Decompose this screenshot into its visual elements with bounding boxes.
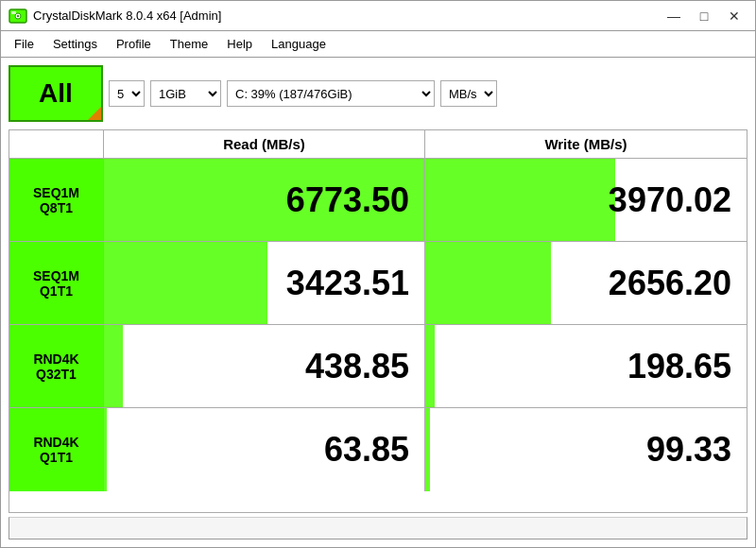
row-label-rnd4k-q1t1: RND4KQ1T1 (9, 408, 104, 491)
row-label-rnd4k-q32t1: RND4KQ32T1 (9, 325, 104, 407)
unit-select[interactable]: MB/s GB/s (440, 80, 497, 107)
menu-help[interactable]: Help (217, 34, 262, 54)
table-header: Read (MB/s) Write (MB/s) (9, 130, 747, 159)
toolbar: All 5 1 3 9 1GiB 512MiB 2GiB C: 39% (187… (9, 65, 747, 122)
table-row: SEQ1MQ8T1 6773.50 3970.02 (9, 159, 747, 242)
header-write: Write (MB/s) (425, 130, 747, 158)
menu-theme[interactable]: Theme (161, 34, 217, 54)
table-row: RND4KQ1T1 63.85 99.33 (9, 408, 747, 491)
maximize-button[interactable]: □ (691, 6, 717, 26)
read-value-seq1m-q1t1: 3423.51 (104, 242, 425, 324)
table-row: RND4KQ32T1 438.85 198.65 (9, 325, 747, 408)
main-window: All 5 1 3 9 1GiB 512MiB 2GiB C: 39% (187… (0, 57, 756, 548)
menu-bar: File Settings Profile Theme Help Languag… (0, 30, 756, 57)
header-read: Read (MB/s) (104, 130, 425, 158)
read-value-rnd4k-q1t1: 63.85 (104, 408, 425, 491)
close-button[interactable]: ✕ (721, 6, 747, 26)
all-button[interactable]: All (9, 65, 103, 122)
status-bar (9, 517, 747, 539)
table-row: SEQ1MQ1T1 3423.51 2656.20 (9, 242, 747, 325)
results-table: Read (MB/s) Write (MB/s) SEQ1MQ8T1 6773.… (9, 129, 747, 513)
minimize-button[interactable]: — (661, 6, 687, 26)
svg-rect-3 (11, 11, 16, 14)
menu-settings[interactable]: Settings (43, 34, 107, 54)
write-value-rnd4k-q32t1: 198.65 (425, 325, 747, 407)
svg-point-2 (17, 14, 19, 16)
write-value-seq1m-q1t1: 2656.20 (425, 242, 747, 324)
menu-file[interactable]: File (5, 34, 43, 54)
drive-select[interactable]: C: 39% (187/476GiB) (227, 80, 435, 107)
title-bar: CrystalDiskMark 8.0.4 x64 [Admin] — □ ✕ (0, 0, 756, 30)
row-label-seq1m-q1t1: SEQ1MQ1T1 (9, 242, 104, 324)
menu-language[interactable]: Language (262, 34, 335, 54)
window-title: CrystalDiskMark 8.0.4 x64 [Admin] (33, 9, 221, 23)
app-icon (9, 7, 27, 26)
read-value-seq1m-q8t1: 6773.50 (104, 159, 425, 241)
runs-select[interactable]: 5 1 3 9 (109, 80, 145, 107)
window-controls: — □ ✕ (661, 6, 747, 26)
write-value-seq1m-q8t1: 3970.02 (425, 159, 747, 241)
write-value-rnd4k-q1t1: 99.33 (425, 408, 747, 491)
read-value-rnd4k-q32t1: 438.85 (104, 325, 425, 407)
size-select[interactable]: 1GiB 512MiB 2GiB (150, 80, 221, 107)
row-label-seq1m-q8t1: SEQ1MQ8T1 (9, 159, 104, 241)
header-label (9, 130, 104, 158)
menu-profile[interactable]: Profile (107, 34, 161, 54)
